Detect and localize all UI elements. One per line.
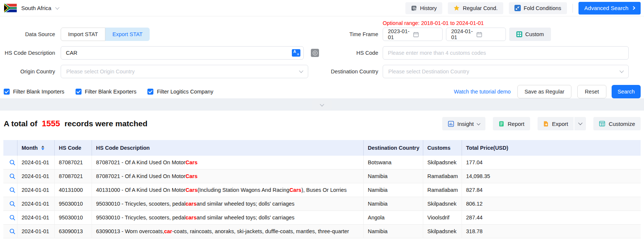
translate-icon[interactable]: Aa bbox=[292, 49, 300, 57]
search-form: Optional range: 2018-01-01 to 2024-01-01… bbox=[0, 16, 644, 98]
checkbox-checked-icon bbox=[147, 89, 153, 95]
optional-range-note: Optional range: 2018-01-01 to 2024-01-01 bbox=[383, 20, 484, 26]
customize-label: Customize bbox=[609, 121, 635, 127]
filter-blank-importers-checkbox[interactable]: Filter Blank Importers bbox=[4, 89, 64, 95]
fold-conditions-button[interactable]: Fold Conditions bbox=[509, 2, 567, 14]
cell-total: 806.12 bbox=[462, 197, 641, 210]
synonym-icon[interactable] bbox=[311, 49, 319, 57]
fold-icon bbox=[514, 5, 521, 11]
cell-month: 2024-01-01 bbox=[17, 183, 55, 197]
row-detail-search-icon[interactable] bbox=[9, 159, 16, 166]
filter-label: Filter Blank Exporters bbox=[85, 89, 137, 95]
cell-customs: Skilpadsnek bbox=[423, 156, 462, 169]
results-summary: A total of 1555 records were matched bbox=[4, 119, 147, 129]
chevron-down-icon bbox=[320, 102, 324, 106]
cell-customs: Vioolsdrif bbox=[423, 211, 462, 224]
cell-total: 177.04 bbox=[462, 156, 641, 169]
data-source-label: Data Source bbox=[0, 31, 55, 37]
cell-month: 2024-01-01 bbox=[17, 211, 55, 224]
export-icon bbox=[543, 121, 549, 127]
export-options-button[interactable] bbox=[574, 117, 586, 130]
collapse-form-button[interactable] bbox=[312, 99, 332, 110]
cell-month: 2024-01-01 bbox=[17, 169, 55, 183]
history-label: History bbox=[420, 5, 437, 11]
row-detail-search-icon[interactable] bbox=[9, 173, 16, 180]
table-row: 2024-01-01 95030010 95030010 - Tricycles… bbox=[3, 211, 641, 225]
save-as-regular-button[interactable]: Save as Regular bbox=[517, 85, 571, 98]
destination-country-select[interactable]: Please select Destination Country bbox=[383, 65, 629, 78]
hs-code-label: HS Code bbox=[326, 50, 378, 56]
fold-conditions-label: Fold Conditions bbox=[524, 5, 561, 11]
filter-label: Filter Logitics Company bbox=[157, 89, 213, 95]
cell-hs-code: 95030010 bbox=[55, 211, 92, 224]
customize-button[interactable]: Customize bbox=[593, 117, 641, 130]
regular-cond-label: Regular Cond. bbox=[463, 5, 498, 11]
export-stat-option[interactable]: Export STAT bbox=[105, 28, 150, 41]
time-frame-label: Time Frame bbox=[326, 31, 378, 37]
start-date-input[interactable]: 2023-01-01 bbox=[383, 28, 443, 41]
hs-desc-input[interactable] bbox=[61, 46, 304, 60]
cell-hs-code: 40131000 bbox=[55, 183, 92, 197]
cell-month: 2024-01-01 bbox=[17, 156, 55, 169]
custom-icon bbox=[516, 31, 522, 37]
chevron-down-icon[interactable] bbox=[55, 5, 59, 9]
table-row: 2024-01-01 87087021 87087021 - Of A Kind… bbox=[3, 169, 641, 183]
cell-destination: Namibia bbox=[364, 169, 423, 183]
col-total-price: Total Price(USD) bbox=[462, 140, 641, 156]
checkbox-checked-icon bbox=[4, 89, 10, 95]
table-row: 2024-01-01 40131000 40131000 - Of A Kind… bbox=[3, 183, 641, 197]
row-detail-search-icon[interactable] bbox=[9, 228, 16, 235]
report-icon bbox=[498, 121, 504, 127]
col-month-label: Month bbox=[22, 145, 38, 151]
end-date-input[interactable]: 2024-01-01 bbox=[446, 28, 506, 41]
filter-blank-exporters-checkbox[interactable]: Filter Blank Exporters bbox=[76, 89, 137, 95]
table-body: 2024-01-01 87087021 87087021 - Of A Kind… bbox=[3, 156, 641, 238]
insight-button[interactable]: Insight bbox=[442, 117, 485, 130]
col-total-price-label: Total Price(USD) bbox=[466, 145, 508, 151]
history-button[interactable]: History bbox=[405, 2, 442, 14]
regular-cond-button[interactable]: Regular Cond. bbox=[448, 2, 503, 14]
cell-destination: Namibia bbox=[364, 197, 423, 210]
row-detail-search-icon[interactable] bbox=[9, 201, 16, 207]
results-section: A total of 1555 records were matched Ins… bbox=[0, 111, 644, 240]
search-button[interactable]: Search bbox=[612, 85, 641, 98]
cell-hs-code: 87087021 bbox=[55, 169, 92, 183]
top-bar-actions: History Regular Cond. Fold Conditions A bbox=[405, 2, 641, 15]
row-detail-search-icon[interactable] bbox=[9, 187, 16, 193]
export-button-group: Export bbox=[538, 117, 586, 130]
filter-row: Filter Blank Importers Filter Blank Expo… bbox=[0, 85, 644, 98]
table-bottom-sliver bbox=[3, 238, 641, 240]
origin-country-label: Origin Country bbox=[0, 69, 55, 74]
col-month[interactable]: Month bbox=[17, 140, 55, 156]
sort-icons[interactable] bbox=[41, 146, 44, 150]
results-toolbar: Insight Report bbox=[442, 117, 641, 130]
cell-destination: Angola bbox=[364, 211, 423, 224]
origin-country-select[interactable]: Please select Origin Country bbox=[61, 65, 308, 78]
cell-total: 287.44 bbox=[462, 211, 641, 224]
export-button[interactable]: Export bbox=[538, 117, 574, 130]
optional-range-row: Optional range: 2018-01-01 to 2024-01-01 bbox=[0, 19, 644, 27]
advanced-search-button[interactable]: Advanced Search bbox=[578, 2, 641, 15]
filter-logitics-company-checkbox[interactable]: Filter Logitics Company bbox=[147, 89, 213, 95]
import-stat-option[interactable]: Import STAT bbox=[61, 28, 105, 41]
custom-range-button[interactable]: Custom bbox=[509, 28, 551, 41]
chevron-down-icon bbox=[619, 69, 624, 73]
chevron-down-icon bbox=[578, 121, 582, 125]
table-header: Month HS Code HS Code Description Destin… bbox=[3, 140, 641, 156]
cell-destination: Namibia bbox=[364, 183, 423, 197]
hs-code-input[interactable] bbox=[383, 46, 629, 60]
insight-icon bbox=[448, 121, 454, 127]
destination-country-label: Destination Country bbox=[326, 69, 378, 74]
cell-destination: Namibia bbox=[364, 225, 423, 238]
star-icon bbox=[453, 5, 460, 11]
summary-suffix: records were matched bbox=[64, 119, 147, 128]
row-detail-search-icon[interactable] bbox=[9, 215, 16, 221]
reset-button[interactable]: Reset bbox=[577, 85, 606, 98]
report-button[interactable]: Report bbox=[493, 117, 530, 130]
col-description: HS Code Description bbox=[92, 140, 364, 156]
table-row: 2024-01-01 95030010 95030010 - Tricycles… bbox=[3, 197, 641, 211]
col-detail bbox=[3, 140, 17, 156]
chevron-down-icon bbox=[299, 69, 303, 73]
custom-label: Custom bbox=[525, 31, 544, 37]
tutorial-link[interactable]: Watch the tutorial demo bbox=[454, 89, 511, 95]
